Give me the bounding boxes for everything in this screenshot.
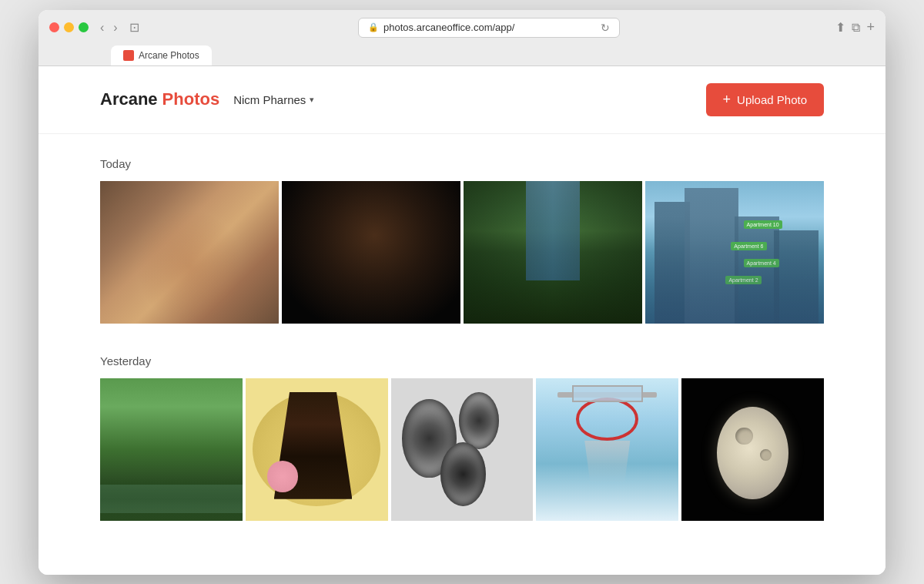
apt-label-2: Apartment 2 — [725, 276, 761, 284]
app-header: Arcane Photos Nicm Pharnes ▾ + Upload Ph… — [38, 66, 886, 134]
address-bar[interactable]: 🔒 photos.arcaneoffice.com/app/ ↻ — [358, 18, 620, 38]
tab-label: Arcane Photos — [139, 50, 199, 61]
today-section: Today — [100, 157, 824, 324]
photo-yesterday-4[interactable] — [536, 378, 678, 521]
forward-button[interactable]: › — [109, 19, 121, 36]
brand-photos: Photos — [162, 89, 220, 109]
browser-window: ‹ › ⊡ 🔒 photos.arcaneoffice.com/app/ ↻ ⬆… — [38, 10, 886, 575]
main-content: Today — [38, 134, 886, 575]
photo-today-1[interactable] — [100, 181, 279, 324]
brand: Arcane Photos — [100, 89, 219, 109]
browser-chrome: ‹ › ⊡ 🔒 photos.arcaneoffice.com/app/ ↻ ⬆… — [38, 10, 886, 66]
new-tab-icon[interactable]: ⧉ — [852, 21, 860, 35]
browser-tab[interactable]: Arcane Photos — [111, 45, 212, 65]
apt-label-6: Apartment 6 — [731, 242, 766, 250]
reload-icon[interactable]: ↻ — [601, 22, 610, 34]
app-content: Arcane Photos Nicm Pharnes ▾ + Upload Ph… — [38, 66, 886, 575]
plus-icon: + — [723, 92, 732, 108]
share-icon[interactable]: ⬆ — [835, 20, 845, 35]
upload-button-label: Upload Photo — [737, 93, 807, 106]
photo-yesterday-2[interactable] — [246, 378, 388, 521]
add-tab-icon[interactable]: + — [866, 19, 875, 35]
yesterday-section-title: Yesterday — [100, 354, 824, 368]
maximize-button[interactable] — [79, 22, 89, 32]
photo-yesterday-5[interactable] — [681, 378, 824, 521]
traffic-lights — [49, 22, 89, 32]
url-text: photos.arcaneoffice.com/app/ — [383, 22, 514, 33]
photo-today-4[interactable]: Apartment 10 Apartment 6 Apartment 4 Apa… — [645, 181, 824, 324]
photo-today-2[interactable] — [282, 181, 460, 324]
tab-strip: Arcane Photos — [49, 45, 875, 65]
today-photo-grid: Apartment 10 Apartment 6 Apartment 4 Apa… — [100, 181, 824, 324]
photo-yesterday-3[interactable] — [391, 378, 534, 521]
nav-buttons: ‹ › — [96, 19, 122, 36]
tab-bar-icon: ⊡ — [129, 20, 139, 35]
chevron-down-icon: ▾ — [310, 95, 314, 105]
user-name: Nicm Pharnes — [233, 93, 306, 106]
minimize-button[interactable] — [64, 22, 74, 32]
back-button[interactable]: ‹ — [96, 19, 108, 36]
photo-placeholder-today-1 — [100, 181, 279, 324]
browser-controls: ‹ › ⊡ 🔒 photos.arcaneoffice.com/app/ ↻ ⬆… — [49, 18, 875, 38]
user-dropdown[interactable]: Nicm Pharnes ▾ — [233, 93, 314, 106]
photo-yesterday-1[interactable] — [100, 378, 243, 521]
browser-actions: ⬆ ⧉ + — [835, 19, 875, 35]
close-button[interactable] — [49, 22, 59, 32]
today-section-title: Today — [100, 157, 824, 170]
tab-favicon — [123, 50, 134, 61]
yesterday-section: Yesterday — [100, 354, 824, 521]
yesterday-photo-grid — [100, 378, 824, 521]
brand-arcane: Arcane — [100, 89, 158, 109]
header-left: Arcane Photos Nicm Pharnes ▾ — [100, 89, 314, 109]
photo-today-3[interactable] — [464, 181, 642, 324]
apt-label-4: Apartment 4 — [744, 259, 779, 267]
upload-photo-button[interactable]: + Upload Photo — [706, 83, 824, 116]
apt-label-10: Apartment 10 — [744, 220, 782, 229]
lock-icon: 🔒 — [368, 22, 379, 32]
address-bar-wrapper: 🔒 photos.arcaneoffice.com/app/ ↻ — [150, 18, 829, 38]
